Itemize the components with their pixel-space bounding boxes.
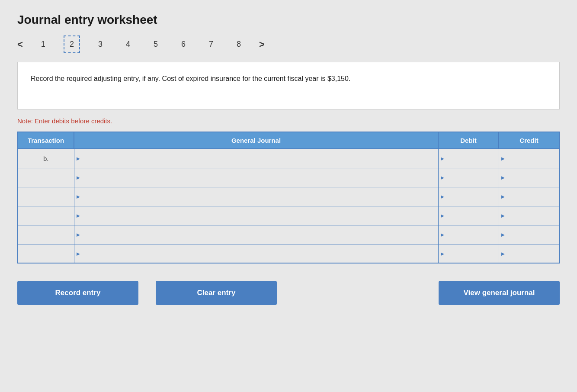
debit-cell[interactable]: ► (438, 244, 499, 263)
journal-input[interactable] (81, 244, 438, 263)
debit-input[interactable] (444, 225, 499, 244)
record-entry-button[interactable]: Record entry (17, 281, 138, 305)
credit-cell[interactable]: ► (499, 225, 559, 244)
credit-input[interactable] (504, 225, 559, 244)
arrow-icon: ► (76, 193, 81, 200)
view-general-journal-button[interactable]: View general journal (439, 281, 560, 305)
debit-input[interactable] (444, 206, 499, 225)
credit-cell[interactable]: ► (499, 187, 559, 206)
table-row: ► ► ► (18, 187, 559, 206)
journal-cell[interactable]: ► (74, 149, 438, 168)
debit-cell[interactable]: ► (438, 168, 499, 187)
transaction-cell (18, 244, 74, 263)
header-debit: Debit (438, 132, 499, 149)
nav-page-4[interactable]: 4 (121, 36, 135, 52)
table-row: ► ► ► (18, 225, 559, 244)
credit-cell[interactable]: ► (499, 168, 559, 187)
nav-page-7[interactable]: 7 (204, 36, 218, 52)
credit-cell[interactable]: ► (499, 149, 559, 168)
table-row: ► ► ► (18, 244, 559, 263)
transaction-cell (18, 187, 74, 206)
nav-page-2[interactable]: 2 (64, 35, 80, 53)
next-arrow[interactable]: > (259, 39, 265, 50)
navigation-bar: < 1 2 3 4 5 6 7 8 > (17, 35, 560, 53)
debit-input[interactable] (444, 168, 499, 187)
transaction-cell: b. (18, 149, 74, 168)
journal-cell[interactable]: ► (74, 225, 438, 244)
nav-page-5[interactable]: 5 (148, 36, 163, 52)
journal-input[interactable] (81, 225, 438, 244)
credit-input[interactable] (504, 149, 559, 168)
page-title: Journal entry worksheet (17, 13, 560, 27)
debit-input[interactable] (444, 244, 499, 263)
journal-cell[interactable]: ► (74, 187, 438, 206)
debit-cell[interactable]: ► (438, 206, 499, 225)
table-row: ► ► ► (18, 206, 559, 225)
arrow-icon: ► (76, 174, 81, 181)
credit-input[interactable] (504, 187, 559, 206)
nav-page-6[interactable]: 6 (176, 36, 191, 52)
arrow-icon: ► (76, 155, 81, 162)
arrow-icon: ► (76, 231, 81, 238)
table-row: b. ► ► ► (18, 149, 559, 168)
transaction-cell (18, 168, 74, 187)
table-row: ► ► ► (18, 168, 559, 187)
transaction-cell (18, 206, 74, 225)
debit-input[interactable] (444, 187, 499, 206)
note-text: Note: Enter debits before credits. (17, 117, 560, 125)
arrow-icon: ► (76, 212, 81, 219)
journal-input[interactable] (81, 206, 438, 225)
journal-cell[interactable]: ► (74, 206, 438, 225)
credit-input[interactable] (504, 168, 559, 187)
credit-cell[interactable]: ► (499, 206, 559, 225)
debit-input[interactable] (444, 149, 499, 168)
prev-arrow[interactable]: < (17, 39, 23, 50)
nav-page-3[interactable]: 3 (93, 36, 108, 52)
credit-cell[interactable]: ► (499, 244, 559, 263)
nav-page-8[interactable]: 8 (231, 36, 246, 52)
journal-input[interactable] (81, 168, 438, 187)
instruction-box: Record the required adjusting entry, if … (17, 62, 560, 109)
clear-entry-button[interactable]: Clear entry (156, 281, 277, 305)
journal-cell[interactable]: ► (74, 244, 438, 263)
journal-cell[interactable]: ► (74, 168, 438, 187)
debit-cell[interactable]: ► (438, 149, 499, 168)
transaction-cell (18, 225, 74, 244)
journal-input[interactable] (87, 187, 438, 206)
credit-input[interactable] (504, 244, 559, 263)
journal-table: Transaction General Journal Debit Credit… (17, 132, 560, 263)
header-general-journal: General Journal (74, 132, 438, 149)
header-transaction: Transaction (18, 132, 74, 149)
debit-cell[interactable]: ► (438, 187, 499, 206)
nav-page-1[interactable]: 1 (36, 36, 51, 52)
journal-input[interactable] (81, 149, 438, 168)
header-credit: Credit (499, 132, 559, 149)
instruction-text: Record the required adjusting entry, if … (31, 75, 350, 82)
arrow-icon: ► (76, 250, 81, 257)
buttons-bar: Record entry Clear entry View general jo… (17, 281, 560, 305)
credit-input[interactable] (504, 206, 559, 225)
debit-cell[interactable]: ► (438, 225, 499, 244)
